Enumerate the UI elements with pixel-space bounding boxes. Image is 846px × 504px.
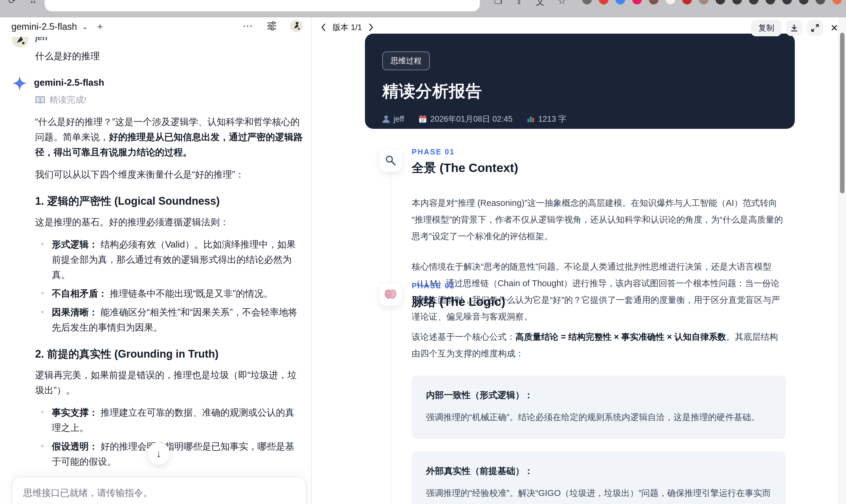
report-content: 思维过程 精读分析报告 jeff 17 [312, 17, 838, 504]
bullet-list-2: 事实支撑： 推理建立在可靠的数据、准确的观测或公认的真理之上。 假设透明： 好的… [35, 405, 303, 469]
brain-icon [379, 283, 402, 306]
composer[interactable]: 思维接口已就绪，请传输指令。 + [11, 476, 306, 504]
down-arrow-icon: ↓ [156, 448, 161, 460]
svg-text:17: 17 [421, 119, 424, 122]
copy-button[interactable]: 复制 [751, 20, 781, 36]
card-title: 外部真实性（前提基础）： [426, 465, 772, 477]
message-text: 什么是好的推理 [35, 50, 303, 62]
phase-label: PHASE 02 [412, 282, 786, 290]
phase-title: 全景 (The Context) [412, 160, 786, 176]
list-item: 因果清晰： 能准确区分“相关性”和“因果关系”，不会轻率地将先后发生的事情归为因… [52, 305, 303, 335]
report-header: 版本 1/1 复制 [312, 17, 846, 38]
version-navigator: 版本 1/1 [321, 22, 374, 33]
scroll-to-bottom-button[interactable]: ↓ [147, 443, 170, 465]
bullet-list-1: 形式逻辑： 结构必须有效（Valid）。比如演绎推理中，如果前提全部为真，那么通… [35, 237, 303, 335]
reload-icon[interactable]: ⟳ [8, 0, 17, 4]
extension-icons[interactable] [582, 0, 842, 4]
status-text: 精读完成! [49, 94, 86, 106]
section-heading-1: 1. 逻辑的严密性 (Logical Soundness) [35, 193, 303, 209]
assistant-name: gemini-2.5-flash [34, 76, 104, 88]
bar-chart-icon [527, 115, 535, 123]
report-panel: 版本 1/1 复制 [312, 17, 846, 504]
scrollbar-track[interactable] [838, 17, 846, 504]
share-icon[interactable]: ⇪ [515, 0, 523, 8]
card-title: 内部一致性（形式逻辑）： [426, 389, 772, 401]
phase-section-2: PHASE 02 脉络 (The Logic) 该论述基于一个核心公式：高质量结… [379, 282, 786, 504]
report-title: 精读分析报告 [382, 80, 795, 102]
answer-lead: 我们可以从以下四个维度来衡量什么是“好的推理”： [35, 167, 303, 182]
main-area: gemini-2.5-flash ⌄ + ⋯ [0, 17, 846, 504]
section-intro-2: 逻辑再完美，如果前提是错误的，推理也是垃圾（即“垃圾进，垃圾出”）。 [35, 367, 303, 398]
logic-card-1: 内部一致性（形式逻辑）： 强调推理的“机械正确”。结论必须在给定的规则系统内逻辑… [412, 376, 786, 439]
card-body: 强调推理的“经验校准”。解决“GIGO（垃圾进，垃圾出）”问题，确保推理引擎运行… [426, 485, 772, 504]
more-options-icon[interactable]: ⋯ [243, 20, 253, 32]
apps-grid-icon[interactable]: ⠿ [30, 0, 39, 4]
prev-version-icon[interactable] [321, 23, 327, 32]
section-intro-1: 这是推理的基石。好的推理必须遵循逻辑法则： [35, 215, 303, 230]
reading-list-icon[interactable]: ❐ [494, 0, 502, 8]
model-selector[interactable]: gemini-2.5-flash ⌄ + [11, 21, 103, 32]
version-label: 版本 1/1 [333, 22, 362, 33]
list-item: 不自相矛盾： 推理链条中不能出现“既是又非”的情况。 [52, 286, 303, 301]
phase-label: PHASE 01 [412, 148, 786, 156]
scrollbar-thumb[interactable] [840, 33, 845, 193]
section-heading-2: 2. 前提的真实性 (Grounding in Truth) [35, 346, 303, 361]
hero-author: jeff [393, 114, 404, 124]
card-body: 强调推理的“机械正确”。结论必须在给定的规则系统内逻辑自洽，这是推理的硬件基础。 [426, 409, 772, 425]
logic-card-2: 外部真实性（前提基础）： 强调推理的“经验校准”。解决“GIGO（垃圾进，垃圾出… [412, 451, 786, 504]
download-button[interactable] [786, 20, 802, 36]
assistant-status: 精读完成! [35, 94, 303, 106]
phase-title: 脉络 (The Logic) [412, 294, 786, 310]
list-item: 假设透明： 好的推理会明确指明哪些是已知事实，哪些是基于可能的假设。 [52, 439, 303, 469]
bookmark-star-icon[interactable]: ☆ [558, 0, 566, 8]
hero-word-count: 1213 字 [538, 114, 566, 124]
fullscreen-button[interactable] [807, 20, 823, 36]
user-avatar[interactable] [290, 20, 303, 32]
magnifier-icon [379, 149, 402, 172]
close-icon[interactable]: ✕ [830, 22, 838, 34]
calendar-icon: 17 [419, 115, 427, 123]
tune-sliders-icon[interactable] [266, 20, 278, 32]
open-book-icon [35, 95, 45, 104]
report-hero-card: 思维过程 精读分析报告 jeff 17 [365, 34, 795, 129]
phase-paragraph: 本内容是对“推理 (Reasoning)”这一抽象概念的高层建模。在知识爆炸与人… [412, 195, 786, 245]
assistant-body: “什么是好的推理？”这是一个涉及逻辑学、认知科学和哲学核心的问题。简单来说，好的… [35, 114, 303, 504]
model-name[interactable]: gemini-2.5-flash [11, 21, 77, 32]
translate-icon[interactable]: 文 [536, 0, 545, 8]
composer-placeholder: 思维接口已就绪，请传输指令。 [23, 487, 295, 499]
chat-panel: gemini-2.5-flash ⌄ + ⋯ [0, 17, 312, 504]
formula-bold: 高质量结论 = 结构完整性 × 事实准确性 × 认知自律系数 [515, 332, 726, 342]
person-icon [382, 115, 390, 123]
chevron-down-icon[interactable]: ⌄ [82, 22, 88, 31]
assistant-message: gemini-2.5-flash 精读完成! “什么是好的推理？”这是一个涉及逻… [12, 76, 303, 504]
chat-header: gemini-2.5-flash ⌄ + ⋯ [0, 17, 311, 37]
new-chat-button[interactable]: + [97, 21, 103, 32]
hero-date: 2026年01月08日 02:45 [430, 114, 513, 124]
next-version-icon[interactable] [368, 23, 374, 32]
browser-action-icons: ❐ ⇪ 文 ☆ [494, 0, 566, 8]
app-window: ⟳ ⠿ ❐ ⇪ 文 ☆ gemini-2.5-flash ⌄ + ⋯ [0, 0, 846, 504]
gemini-star-icon [12, 76, 28, 91]
address-bar[interactable] [45, 0, 480, 11]
list-item: 形式逻辑： 结构必须有效（Valid）。比如演绎推理中，如果前提全部为真，那么通… [52, 237, 303, 282]
hero-badge: 思维过程 [382, 52, 430, 70]
browser-toolbar: ⟳ ⠿ ❐ ⇪ 文 ☆ [0, 0, 846, 17]
formula-pre: 该论述基于一个核心公式： [412, 332, 515, 342]
list-item: 事实支撑： 推理建立在可靠的数据、准确的观测或公认的真理之上。 [52, 405, 303, 435]
